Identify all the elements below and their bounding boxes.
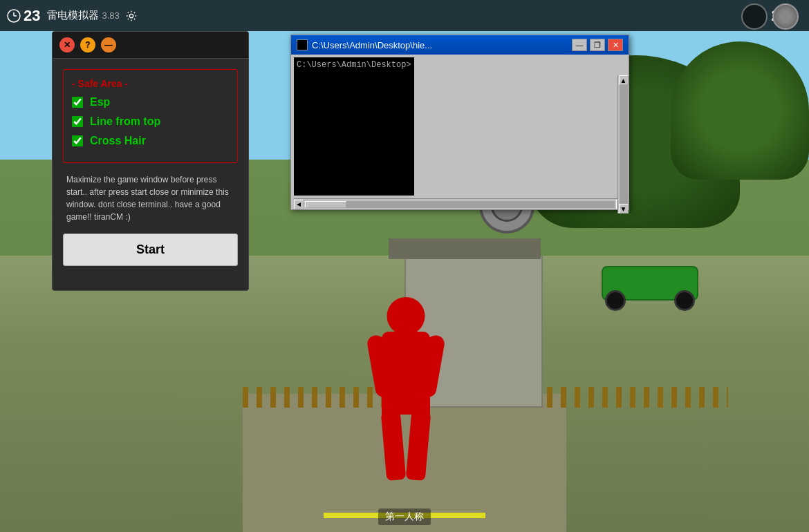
- terminal-vertical-scrollbar[interactable]: ▲ ▼: [617, 75, 629, 213]
- app-version: 3.83: [102, 10, 119, 21]
- terminal-body: C:\Users\Admin\Desktop> ▲ ▼: [291, 55, 629, 198]
- clock-icon: [7, 9, 21, 23]
- esp-label[interactable]: Esp: [90, 96, 110, 108]
- timer-display: 23: [24, 7, 40, 25]
- esp-checkbox[interactable]: [72, 97, 83, 108]
- terminal-output[interactable]: C:\Users\Admin\Desktop>: [294, 57, 414, 196]
- terminal-title-text: C:\Users\Admin\Desktop\hie...: [312, 40, 432, 50]
- panel-help-button[interactable]: ?: [80, 37, 95, 53]
- vehicle-wheel-right: [674, 290, 695, 311]
- player-avatar: [772, 3, 799, 30]
- vehicle-wheel-left: [605, 290, 626, 311]
- line-from-top-label[interactable]: Line from top: [90, 115, 160, 128]
- hack-panel-titlebar: ✕ ? —: [53, 32, 248, 59]
- safe-area-label: - Safe Area -: [72, 78, 229, 89]
- hack-tool-panel: ✕ ? — - Safe Area - Esp Line from top Cr…: [52, 31, 249, 291]
- svg-point-3: [129, 14, 133, 17]
- trees-right: [671, 41, 809, 180]
- scroll-track-horizontal: [305, 201, 615, 208]
- panel-close-button[interactable]: ✕: [59, 37, 75, 53]
- shed-roof: [389, 238, 541, 259]
- terminal-close-button[interactable]: ✕: [608, 39, 623, 51]
- scroll-left-arrow[interactable]: ◄: [294, 200, 304, 209]
- terminal-horizontal-scrollbar[interactable]: ◄ ►: [294, 198, 626, 209]
- character-head: [387, 297, 425, 335]
- settings-icon[interactable]: [125, 10, 138, 22]
- minimap-icon: [741, 3, 768, 30]
- scroll-thumb-horizontal[interactable]: [305, 201, 346, 208]
- hack-panel-content: - Safe Area - Esp Line from top Cross Ha…: [53, 59, 248, 276]
- terminal-app-icon: [297, 39, 308, 50]
- character-leg-right: [405, 410, 431, 481]
- green-vehicle: [595, 256, 705, 311]
- top-bar: 23 雷电模拟器 3.83 255: [0, 0, 809, 31]
- terminal-controls: — ❐ ✕: [572, 39, 623, 51]
- cross-hair-label[interactable]: Cross Hair: [90, 135, 146, 147]
- esp-checkbox-item: Esp: [72, 96, 229, 108]
- character-leg-left: [380, 410, 406, 481]
- cross-hair-checkbox-item: Cross Hair: [72, 135, 229, 147]
- cross-hair-checkbox[interactable]: [72, 135, 83, 146]
- scroll-up-arrow[interactable]: ▲: [619, 75, 629, 85]
- terminal-window: C:\Users\Admin\Desktop\hie... — ❐ ✕ C:\U…: [290, 35, 629, 210]
- perspective-label: 第一人称: [378, 509, 431, 525]
- line-from-top-checkbox[interactable]: [72, 116, 83, 127]
- terminal-restore-button[interactable]: ❐: [590, 39, 605, 51]
- terminal-minimize-button[interactable]: —: [572, 39, 587, 51]
- scroll-track-vertical: [620, 85, 628, 204]
- start-button[interactable]: Start: [63, 234, 238, 266]
- info-text: Maximize the game window before press st…: [63, 173, 238, 223]
- player-character: [364, 297, 447, 491]
- scroll-down-arrow[interactable]: ▼: [619, 204, 629, 213]
- app-name: 雷电模拟器: [47, 9, 99, 22]
- terminal-title-left: C:\Users\Admin\Desktop\hie...: [297, 39, 432, 50]
- line-from-top-checkbox-item: Line from top: [72, 115, 229, 128]
- panel-minimize-button[interactable]: —: [101, 37, 116, 53]
- character-body: [382, 332, 430, 415]
- terminal-titlebar: C:\Users\Admin\Desktop\hie... — ❐ ✕: [291, 35, 629, 55]
- safe-area-section: - Safe Area - Esp Line from top Cross Ha…: [63, 69, 238, 163]
